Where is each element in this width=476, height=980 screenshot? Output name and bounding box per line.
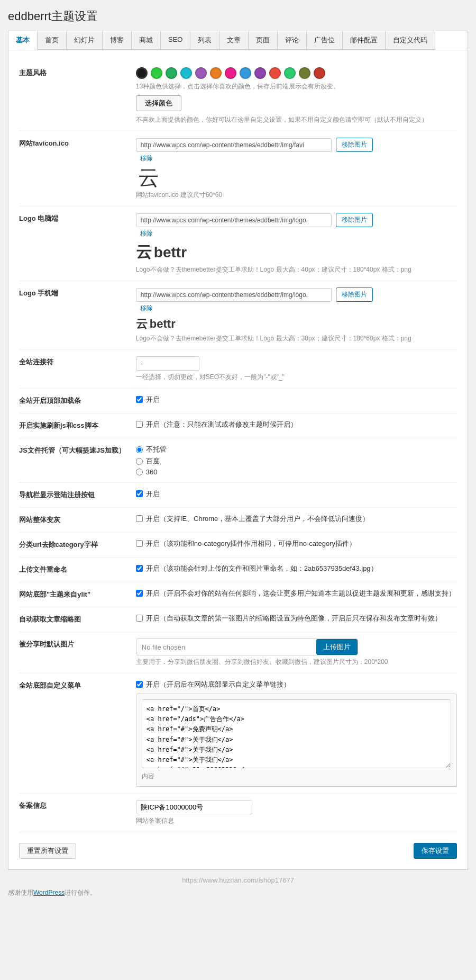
favicon-url-input[interactable] [136,138,332,152]
separator-input[interactable] [136,356,199,371]
site-gray-value: 开启（支持IE、Chrome，基本上覆盖了大部分用户，不会降低访问速度） [131,508,457,533]
footer-menu-checkbox[interactable] [136,681,143,688]
wordpress-link[interactable]: WordPress [33,889,65,896]
main-content: 主题风格 [8,50,468,870]
js-radio-baidu[interactable] [136,458,143,465]
logo-pc-remove-link[interactable]: 移除 [140,230,153,237]
js-radio-360[interactable] [136,469,143,475]
color-swatch-olive[interactable] [299,67,310,79]
tab-ads[interactable]: 广告位 [307,31,343,50]
auto-thumb-checkbox[interactable] [136,615,143,622]
tab-list[interactable]: 列表 [190,31,219,50]
icp-input[interactable] [136,800,252,814]
nav-login-value: 开启 [131,483,457,508]
top-bar-checkbox[interactable] [136,396,143,403]
color-swatch-cyan[interactable] [180,67,192,79]
tab-basic[interactable]: 基本 [8,31,38,50]
reset-button[interactable]: 重置所有设置 [19,843,76,859]
js-css-row: 开启（注意：只能在测试或者修改主题时候开启） [136,420,457,429]
site-gray-row: 开启（支持IE、Chrome，基本上覆盖了大部分用户，不会降低访问速度） [136,514,457,524]
color-swatch-orange[interactable] [210,67,222,79]
auto-thumb-label: 自动获取文章缩略图 [19,607,131,632]
js-radio-row-0: 不托管 [136,445,457,454]
logo-pc-text: bettr [154,244,187,261]
site-gray-text: 开启（支持IE、Chrome，基本上覆盖了大部分用户，不会降低访问速度） [146,514,370,524]
nav-login-row: 开启 [136,489,457,499]
logo-pc-preview: 云 bettr [136,241,457,263]
separator-label: 全站连接符 [19,350,131,389]
color-swatch-green1[interactable] [151,67,162,79]
site-gray-label: 网站整体变灰 [19,508,131,533]
logo-mobile-remove-button[interactable]: 移除图片 [336,287,373,302]
logo-pc-url-input[interactable] [136,213,332,227]
tab-comment[interactable]: 评论 [278,31,307,50]
top-bar-text: 开启 [146,395,160,404]
js-hosting-value: 不托管 百度 360 [131,438,457,483]
color-swatch-black[interactable] [136,67,148,79]
favicon-value: 移除图片 移除 云 网站favicon.ico 建议尺寸60*60 [131,131,457,206]
tab-article[interactable]: 文章 [219,31,249,50]
choose-color-button[interactable]: 选择颜色 [136,95,181,111]
js-css-value: 开启（注意：只能在测试或者修改主题时候开启） [131,413,457,438]
footer-theme-value: 开启（开启不会对你的站有任何影响，这会让更多用户知道本主题以促进主题发展和更新，… [131,582,457,607]
save-button[interactable]: 保存设置 [414,843,457,859]
watermark: https://www.huzhan.com/ishop17677 [8,876,468,884]
favicon-remove-button[interactable]: 移除图片 [336,138,373,152]
logo-mobile-label: Logo 手机端 [19,281,131,350]
share-image-value: No file chosen 上传图片 主要用于：分享到微信朋友圈、分享到微信好… [131,632,457,673]
share-image-no-file: No file chosen [136,640,316,654]
footer-menu-label: 全站底部自定义菜单 [19,673,131,794]
separator-hint: 一经选择，切勿更改，对SEO不友好，一般为"-"或"_" [136,373,457,382]
favicon-remove-link[interactable]: 移除 [140,155,153,162]
js-hosting-label: JS文件托管（可大幅提速JS加载） [19,438,131,483]
logo-mobile-url-input[interactable] [136,288,332,302]
footer-menu-textarea[interactable]: <a href="/">首页</a> <a href="/ads">广告合作</… [142,699,451,768]
auto-thumb-row: 开启（自动获取文章的第一张图片的缩略图设置为特色图像，开启后只在保存和发布文章时… [136,614,457,623]
tab-mail[interactable]: 邮件配置 [343,31,386,50]
logo-pc-label: Logo 电脑端 [19,206,131,281]
share-image-upload-row: No file chosen 上传图片 [136,639,358,655]
logo-mobile-value: 移除图片 移除 云 bettr Logo不会做？去themebetter提交工单… [131,281,457,350]
upload-rename-checkbox[interactable] [136,565,143,572]
color-swatch-blue[interactable] [240,67,251,79]
color-swatch-purple2[interactable] [254,67,266,79]
logo-mobile-preview: 云 bettr [136,316,457,332]
tab-home[interactable]: 首页 [38,31,67,50]
tab-blog[interactable]: 博客 [103,31,132,50]
settings-table: 主题风格 [19,61,457,832]
color-swatch-pink[interactable] [225,67,236,79]
color-swatch-green3[interactable] [284,67,296,79]
nav-login-label: 导航栏显示登陆注册按钮 [19,483,131,508]
js-radio-no-host[interactable] [136,446,143,453]
tab-shop[interactable]: 商城 [132,31,161,50]
color-swatch-green2[interactable] [166,67,177,79]
theme-style-label: 主题风格 [19,61,131,131]
nav-login-checkbox[interactable] [136,490,143,497]
category-url-label: 分类url去除category字样 [19,533,131,558]
share-image-upload-button[interactable]: 上传图片 [316,639,358,655]
favicon-hint: 网站favicon.ico 建议尺寸60*60 [136,191,457,200]
logo-mobile-remove-link[interactable]: 移除 [140,304,153,312]
tab-custom-code[interactable]: 自定义代码 [386,31,435,50]
category-url-row: 开启（该功能和no-category插件作用相同，可停用no-category插… [136,539,457,549]
tab-bar: 基本 首页 幻灯片 博客 商城 SEO 列表 文章 页面 评论 广告位 邮件配置… [8,31,468,50]
logo-mobile-url-row: 移除图片 [136,287,457,302]
js-css-checkbox[interactable] [136,421,143,428]
footer-theme-checkbox[interactable] [136,590,143,597]
category-url-checkbox[interactable] [136,540,143,547]
js-radio-row-2: 360 [136,468,457,476]
bottom-bar: 重置所有设置 保存设置 [19,843,457,859]
upload-rename-text: 开启（该功能会针对上传的文件和图片重命名，如：2ab6537935def43.j… [146,564,378,573]
footer-menu-textarea-label: 内容 [142,772,451,781]
tab-slider[interactable]: 幻灯片 [67,31,103,50]
favicon-label: 网站favicon.ico [19,131,131,206]
color-swatch-red2[interactable] [314,67,325,79]
tab-page[interactable]: 页面 [249,31,278,50]
color-swatch-red1[interactable] [269,67,281,79]
color-swatch-purple1[interactable] [195,67,207,79]
site-gray-checkbox[interactable] [136,515,143,522]
js-hosting-radio-group: 不托管 百度 360 [136,445,457,476]
tab-seo[interactable]: SEO [161,31,190,50]
favicon-preview: 云 [138,167,457,188]
logo-pc-remove-button[interactable]: 移除图片 [336,213,373,227]
